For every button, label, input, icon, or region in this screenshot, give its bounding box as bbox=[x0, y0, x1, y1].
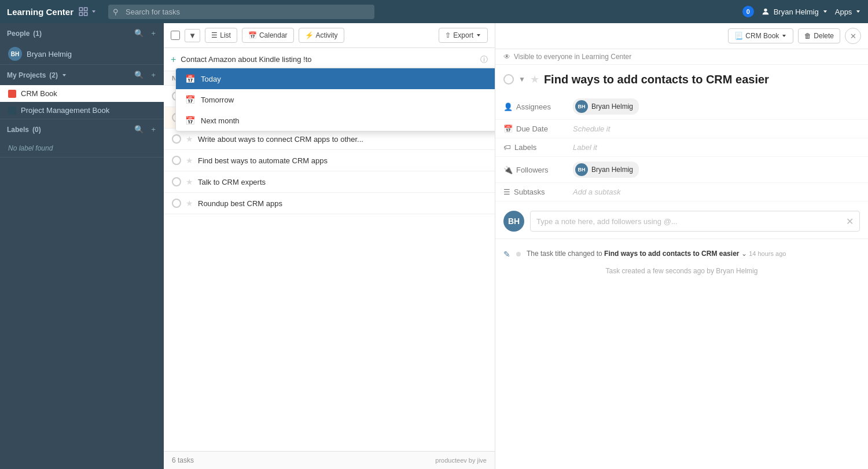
export-icon: ⇧ bbox=[445, 31, 451, 39]
sidebar-project-crm-book[interactable]: CRM Book bbox=[0, 85, 164, 102]
bottom-bar: 6 tasks producteev by jive bbox=[164, 451, 495, 469]
list-view-button[interactable]: ☰ List bbox=[205, 28, 237, 43]
activity-label: Activity bbox=[316, 31, 338, 39]
task-star-5[interactable]: ★ bbox=[186, 177, 193, 186]
search-input[interactable] bbox=[108, 5, 374, 19]
comment-area: BH ✕ bbox=[495, 204, 868, 239]
date-today-label: Today bbox=[201, 75, 221, 83]
task-detail-complete-circle[interactable] bbox=[503, 74, 514, 85]
date-option-today[interactable]: 📅 Today bbox=[176, 68, 495, 89]
labels-search-button[interactable]: 🔍 bbox=[133, 124, 145, 135]
task-star-6[interactable]: ★ bbox=[186, 199, 193, 208]
task-star-4[interactable]: ★ bbox=[186, 156, 193, 165]
detail-close-button[interactable]: ✕ bbox=[845, 28, 861, 44]
task-info-icon[interactable]: ⓘ bbox=[480, 54, 488, 65]
detail-arrow-icon: ▼ bbox=[518, 75, 525, 83]
followers-icon: 🔌 bbox=[503, 166, 513, 174]
assignees-row: 👤 Assignees BH Bryan Helmig bbox=[495, 94, 868, 120]
activity-view-button[interactable]: ⚡ Activity bbox=[299, 28, 344, 43]
activity-time: 14 hours ago bbox=[749, 250, 786, 257]
comment-clear-button[interactable]: ✕ bbox=[846, 216, 854, 227]
detail-crm-label: CRM Book bbox=[745, 32, 779, 40]
list-label: List bbox=[220, 31, 231, 39]
task-star-3[interactable]: ★ bbox=[186, 134, 193, 144]
sidebar-user-item: BH Bryan Helmig bbox=[0, 43, 164, 64]
labels-row-label: 🏷 Labels bbox=[503, 143, 573, 152]
export-label: Export bbox=[453, 31, 473, 39]
task-row[interactable]: ★ Talk to CRM experts bbox=[164, 171, 495, 193]
producteev-branding: producteev by jive bbox=[435, 457, 487, 464]
people-add-button[interactable]: + bbox=[150, 28, 157, 39]
task-title-5: Talk to CRM experts bbox=[198, 178, 487, 186]
sidebar-project-pm-book[interactable]: Project Management Book bbox=[0, 102, 164, 119]
project-name-pm: Project Management Book bbox=[21, 106, 109, 115]
task-row[interactable]: ★ Roundup best CRM apps bbox=[164, 193, 495, 214]
select-all-checkbox[interactable] bbox=[171, 31, 180, 40]
due-date-value[interactable]: Schedule it bbox=[573, 124, 610, 133]
labels-value[interactable]: Label it bbox=[573, 143, 597, 152]
task-complete-checkbox-4[interactable] bbox=[172, 156, 181, 165]
sidebar-user-name: Bryan Helmig bbox=[27, 50, 72, 58]
svg-marker-9 bbox=[477, 34, 480, 36]
svg-marker-10 bbox=[782, 35, 786, 37]
svg-rect-3 bbox=[79, 13, 82, 16]
task-title-6: Roundup best CRM apps bbox=[198, 199, 487, 208]
due-date-row: 📅 Due Date Schedule it bbox=[495, 120, 868, 138]
projects-section-header: My Projects (2) 🔍 + bbox=[0, 65, 164, 85]
date-dropdown: 📅 Today 📅 Tomorrow 📅 Next month bbox=[175, 68, 495, 131]
task-row[interactable]: ★ Write about ways to connect CRM apps t… bbox=[164, 129, 495, 150]
subtasks-value[interactable]: Add a subtask bbox=[573, 188, 620, 196]
labels-add-button[interactable]: + bbox=[150, 124, 157, 135]
assignee-chip[interactable]: BH Bryan Helmig bbox=[573, 98, 639, 115]
followers-label: 🔌 Followers bbox=[503, 166, 573, 174]
user-menu-button[interactable]: Bryan Helmig bbox=[761, 7, 828, 16]
svg-rect-0 bbox=[79, 8, 82, 10]
project-icon-crm bbox=[8, 90, 16, 98]
people-search-button[interactable]: 🔍 bbox=[133, 28, 145, 39]
org-switcher-button[interactable] bbox=[78, 6, 99, 17]
assignees-label: 👤 Assignees bbox=[503, 102, 573, 111]
labels-section-header: Labels (0) 🔍 + bbox=[0, 119, 164, 140]
top-bar: Learning Center ⚲ 0 Bryan Helmig Apps bbox=[0, 0, 868, 23]
assignee-avatar: BH bbox=[575, 100, 588, 113]
task-complete-checkbox-5[interactable] bbox=[172, 177, 181, 186]
new-task-input[interactable] bbox=[181, 53, 476, 66]
task-input-area: + ⓘ 📅 Today 📅 Tomorrow 📅 bbox=[164, 48, 495, 71]
task-complete-checkbox-6[interactable] bbox=[172, 199, 181, 208]
activity-text: The task title changed to Find ways to a… bbox=[527, 250, 860, 258]
main-area: People (1) 🔍 + BH Bryan Helmig bbox=[0, 23, 868, 469]
apps-button[interactable]: Apps bbox=[835, 8, 861, 16]
export-button[interactable]: ⇧ Export bbox=[439, 28, 488, 43]
activity-edit-icon: ✎ bbox=[503, 250, 510, 259]
labels-count: (0) bbox=[32, 126, 41, 134]
calendar-next-month-icon: 📅 bbox=[185, 116, 195, 125]
notification-badge[interactable]: 0 bbox=[742, 6, 754, 17]
projects-search-button[interactable]: 🔍 bbox=[133, 69, 145, 80]
project-icon-pm bbox=[8, 107, 16, 115]
comment-input[interactable] bbox=[536, 217, 846, 226]
date-option-tomorrow[interactable]: 📅 Tomorrow bbox=[176, 89, 495, 110]
detail-delete-button[interactable]: 🗑 Delete bbox=[798, 28, 840, 43]
task-count: 6 tasks bbox=[172, 456, 194, 464]
calendar-icon-detail: 📅 bbox=[503, 124, 513, 133]
task-row[interactable]: ★ Find best ways to automate CRM apps bbox=[164, 150, 495, 171]
due-date-label: 📅 Due Date bbox=[503, 124, 573, 133]
visibility-bar: 👁 Visible to everyone in Learning Center bbox=[495, 49, 868, 65]
sidebar: People (1) 🔍 + BH Bryan Helmig bbox=[0, 23, 164, 469]
calendar-icon: 📅 bbox=[248, 31, 257, 39]
follower-chip[interactable]: BH Bryan Helmig bbox=[573, 162, 639, 178]
main-content: ▼ ☰ List 📅 Calendar ⚡ Activity ⇧ Export bbox=[164, 23, 495, 469]
projects-add-button[interactable]: + bbox=[150, 69, 157, 80]
calendar-view-button[interactable]: 📅 Calendar bbox=[242, 28, 294, 43]
detail-crm-book-button[interactable]: 📃 CRM Book bbox=[728, 28, 793, 43]
select-dropdown-button[interactable]: ▼ bbox=[185, 29, 200, 42]
svg-marker-6 bbox=[823, 10, 827, 13]
delete-label: Delete bbox=[814, 32, 834, 40]
date-tomorrow-label: Tomorrow bbox=[201, 96, 234, 104]
people-count: (1) bbox=[33, 30, 42, 38]
task-complete-checkbox-3[interactable] bbox=[172, 134, 181, 144]
detail-star-icon[interactable]: ★ bbox=[530, 73, 539, 86]
date-option-next-month[interactable]: 📅 Next month bbox=[176, 110, 495, 131]
detail-crm-icon: 📃 bbox=[734, 32, 743, 40]
follower-avatar: BH bbox=[575, 163, 588, 176]
